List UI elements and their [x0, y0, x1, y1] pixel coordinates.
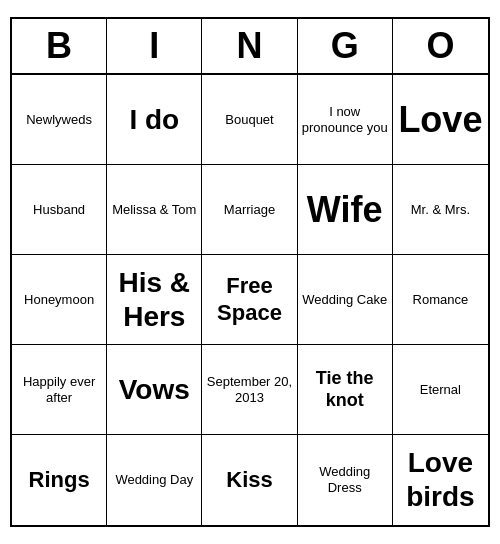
bingo-cell-16: Vows: [107, 345, 202, 435]
bingo-cell-22: Kiss: [202, 435, 297, 525]
cell-text-16: Vows: [119, 373, 190, 407]
cell-text-0: Newlyweds: [26, 112, 92, 128]
cell-text-24: Love birds: [397, 446, 484, 513]
bingo-cell-5: Husband: [12, 165, 107, 255]
cell-text-22: Kiss: [226, 467, 272, 493]
header-letter-i: I: [107, 19, 202, 73]
bingo-cell-0: Newlyweds: [12, 75, 107, 165]
bingo-cell-11: His & Hers: [107, 255, 202, 345]
cell-text-19: Eternal: [420, 382, 461, 398]
cell-text-6: Melissa & Tom: [112, 202, 196, 218]
cell-text-15: Happily ever after: [16, 374, 102, 405]
cell-text-21: Wedding Day: [115, 472, 193, 488]
cell-text-20: Rings: [29, 467, 90, 493]
header-letter-b: B: [12, 19, 107, 73]
header-letter-g: G: [298, 19, 393, 73]
cell-text-4: Love: [398, 98, 482, 141]
bingo-cell-3: I now pronounce you: [298, 75, 393, 165]
cell-text-5: Husband: [33, 202, 85, 218]
bingo-card: BINGO NewlywedsI doBouquetI now pronounc…: [10, 17, 490, 527]
bingo-cell-6: Melissa & Tom: [107, 165, 202, 255]
cell-text-14: Romance: [413, 292, 469, 308]
cell-text-7: Marriage: [224, 202, 275, 218]
bingo-grid: NewlywedsI doBouquetI now pronounce youL…: [12, 75, 488, 525]
cell-text-3: I now pronounce you: [302, 104, 388, 135]
bingo-cell-21: Wedding Day: [107, 435, 202, 525]
bingo-cell-2: Bouquet: [202, 75, 297, 165]
bingo-cell-15: Happily ever after: [12, 345, 107, 435]
cell-text-13: Wedding Cake: [302, 292, 387, 308]
cell-text-11: His & Hers: [111, 266, 197, 333]
bingo-header: BINGO: [12, 19, 488, 75]
bingo-cell-7: Marriage: [202, 165, 297, 255]
bingo-cell-14: Romance: [393, 255, 488, 345]
header-letter-n: N: [202, 19, 297, 73]
bingo-cell-8: Wife: [298, 165, 393, 255]
bingo-cell-17: September 20, 2013: [202, 345, 297, 435]
cell-text-9: Mr. & Mrs.: [411, 202, 470, 218]
bingo-cell-19: Eternal: [393, 345, 488, 435]
header-letter-o: O: [393, 19, 488, 73]
bingo-cell-13: Wedding Cake: [298, 255, 393, 345]
cell-text-18: Tie the knot: [302, 368, 388, 411]
bingo-cell-24: Love birds: [393, 435, 488, 525]
bingo-cell-23: Wedding Dress: [298, 435, 393, 525]
bingo-cell-4: Love: [393, 75, 488, 165]
cell-text-8: Wife: [307, 188, 383, 231]
bingo-cell-12: Free Space: [202, 255, 297, 345]
cell-text-17: September 20, 2013: [206, 374, 292, 405]
bingo-cell-18: Tie the knot: [298, 345, 393, 435]
bingo-cell-1: I do: [107, 75, 202, 165]
bingo-cell-9: Mr. & Mrs.: [393, 165, 488, 255]
cell-text-2: Bouquet: [225, 112, 273, 128]
cell-text-23: Wedding Dress: [302, 464, 388, 495]
bingo-cell-20: Rings: [12, 435, 107, 525]
cell-text-10: Honeymoon: [24, 292, 94, 308]
cell-text-12: Free Space: [206, 273, 292, 326]
bingo-cell-10: Honeymoon: [12, 255, 107, 345]
cell-text-1: I do: [129, 103, 179, 137]
